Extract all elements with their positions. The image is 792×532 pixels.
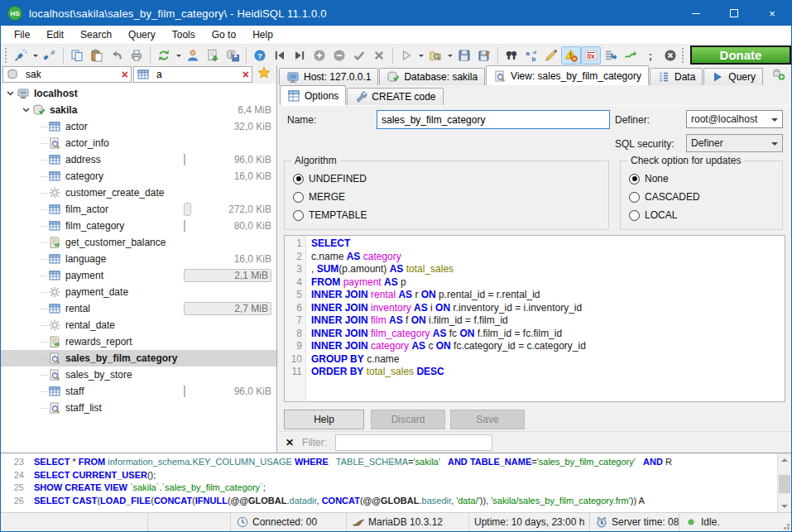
export-database-button[interactable] [203,46,223,65]
table-filter[interactable]: × [133,66,252,83]
tab-data[interactable]: Data [650,68,703,85]
menu-query[interactable]: Query [120,26,164,44]
help-button[interactable]: ? [250,46,270,65]
print-button[interactable] [127,46,146,65]
sql-security-combo[interactable]: Definer [686,134,783,152]
filter-input[interactable] [335,434,492,451]
disconnect-session-button[interactable] [40,46,60,65]
save-sql-button[interactable] [454,46,474,65]
tree-item-actor_info[interactable]: actor_info [1,135,276,151]
minimize-button[interactable] [677,1,715,26]
tree-item-payment[interactable]: payment2,1 MiB [1,267,276,284]
copy-button[interactable] [67,46,87,65]
menu-edit[interactable]: Edit [38,26,72,44]
tab-view-sales-by-film-category[interactable]: View: sales_by_film_category [486,65,649,85]
indent-button[interactable] [601,46,621,65]
resize-grip[interactable] [787,527,790,530]
last-record-button[interactable] [290,46,310,65]
favorites-button[interactable] [254,66,274,83]
sql-editor[interactable]: 1234567891011 SELECTc.name AS category, … [284,235,785,402]
first-record-button[interactable] [270,46,290,65]
tree-item-get_customer_balance[interactable]: get_customer_balance [1,234,276,251]
tree-item-category[interactable]: category16,0 KiB [1,168,276,185]
tree-item-actor[interactable]: actor32,0 KiB [1,118,276,135]
reconnect-button[interactable] [621,46,641,65]
scrollbar-thumb[interactable] [779,475,790,493]
execute-sql-dropdown[interactable] [416,46,425,65]
tab-database-sakila[interactable]: Database: sakila [379,68,485,85]
table-filter-input[interactable] [156,69,240,80]
radio-algorithm-temptable[interactable]: TEMPTABLE [285,206,608,224]
user-manager-button[interactable] [183,46,203,65]
log-scrollbar[interactable] [777,453,791,512]
reformat-sql-button[interactable] [541,46,561,65]
replace-text-button[interactable]: ab [521,46,541,65]
refresh-dropdown[interactable] [174,46,183,65]
radio-check-option-local[interactable]: LOCAL [621,206,782,224]
blob-as-text-button[interactable] [561,46,581,65]
tree-item-film_category[interactable]: film_category80,0 KiB [1,218,276,234]
chevron-down-icon[interactable] [4,87,17,100]
subtab-create-code[interactable]: CREATE code [347,88,443,105]
tree-item-staff_list[interactable]: staff_list [1,400,276,416]
subtab-options[interactable]: Options [280,85,346,105]
tree-item-rental_date[interactable]: rental_date [1,317,276,333]
help-button[interactable]: Help [284,410,364,429]
tree-item-address[interactable]: address96,0 KiB [1,151,276,168]
tree-item-film_actor[interactable]: film_actor272,0 KiB [1,201,276,218]
database-filter-input[interactable] [26,69,119,80]
delimiter-button[interactable]: ; [641,46,660,65]
scroll-up-icon[interactable] [778,453,791,466]
clear-filter-icon[interactable]: × [242,69,249,80]
save-button[interactable]: Save [450,410,525,429]
load-sql-file-button[interactable] [425,46,445,65]
undo-button[interactable] [107,46,127,65]
tree-item-payment_date[interactable]: payment_date [1,284,276,300]
menu-file[interactable]: File [6,26,38,44]
toolbar-grip[interactable] [5,48,7,63]
menu-tools[interactable]: Tools [164,26,204,44]
paste-button[interactable] [87,46,107,65]
tree-item-language[interactable]: language16,0 KiB [1,251,276,267]
radio-check-option-none[interactable]: None [621,170,782,188]
tree-item-sales_by_store[interactable]: sales_by_store [1,367,276,383]
toolbar-grip[interactable] [682,48,686,63]
maximize-button[interactable] [715,1,753,26]
scroll-down-icon[interactable] [778,500,791,512]
find-text-button[interactable] [502,46,521,65]
sql-log-panel[interactable]: 23242526 SELECT * FROM information_schem… [1,453,791,512]
tab-query[interactable]: Query [703,68,763,85]
post-changes-button[interactable] [349,46,369,65]
close-filter-icon[interactable]: ✕ [286,437,294,448]
menu-go-to[interactable]: Go to [204,26,244,44]
radio-check-option-cascaded[interactable]: CASCADED [621,188,782,206]
tree-item-sakila[interactable]: sakila6,4 MiB [1,102,276,118]
tree-item-staff[interactable]: staff96,0 KiB [1,383,276,400]
tree-item-rental[interactable]: rental2,7 MiB [1,300,276,317]
cancel-editing-button[interactable] [369,46,389,65]
close-button[interactable]: × [753,1,791,26]
clear-filter-icon[interactable]: × [122,69,128,80]
tree-item-localhost[interactable]: localhost [1,85,276,102]
refresh-button[interactable] [154,46,174,65]
radio-algorithm-undefined[interactable]: UNDEFINED [285,170,608,188]
cancel-query-button[interactable] [660,46,680,65]
view-name-input[interactable] [377,110,610,129]
tree-item-sales_by_film_category[interactable]: sales_by_film_category [1,350,276,367]
donate-button[interactable]: Donate [690,46,791,65]
connect-session-button[interactable] [11,46,31,65]
chevron-down-icon[interactable] [20,103,32,117]
menu-search[interactable]: Search [72,26,120,44]
delete-row-button[interactable] [329,46,349,65]
radio-algorithm-merge[interactable]: MERGE [285,188,608,206]
tree-item-rewards_report[interactable]: rewards_report [1,333,276,350]
tab-host-127-0-0-1[interactable]: Host: 127.0.0.1 [279,68,378,85]
load-sql-file-dropdown[interactable] [445,46,454,65]
database-filter[interactable]: × [2,66,132,83]
connect-session-dropdown[interactable] [31,46,40,65]
tree-item-customer_create_date[interactable]: customer_create_date [1,185,276,201]
insert-row-button[interactable] [310,46,329,65]
binary-in-hex-button[interactable]: 0x [581,46,601,65]
save-snapshot-button[interactable] [223,46,242,65]
new-query-tab-button[interactable] [769,65,789,84]
